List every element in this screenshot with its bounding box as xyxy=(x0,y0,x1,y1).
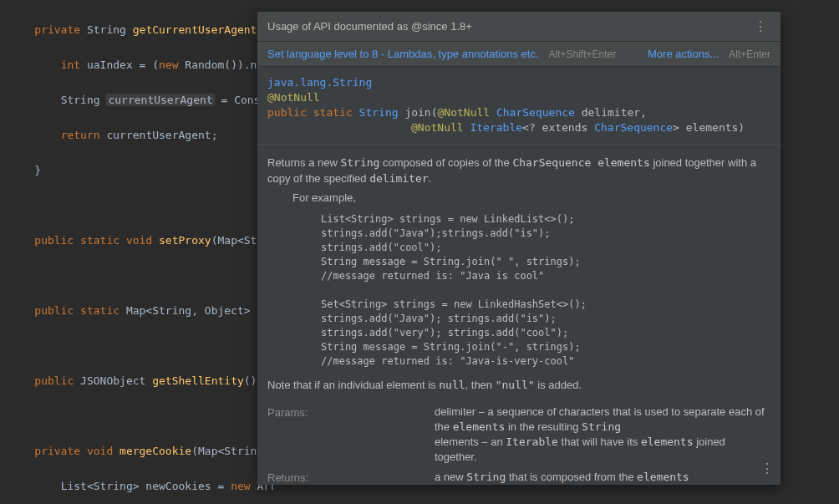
shortcut-label: Alt+Shift+Enter xyxy=(549,48,617,60)
method-signature: java.lang.String @NotNull public static … xyxy=(257,67,781,145)
shortcut-label: Alt+Enter xyxy=(729,48,770,60)
returns-section: Returns: a new String that is composed f… xyxy=(267,470,770,485)
code-example: List<String> strings = new LinkedList<>(… xyxy=(321,212,770,369)
doc-description: Returns a new String composed of copies … xyxy=(267,155,770,186)
returns-label: Returns: xyxy=(267,470,435,485)
popup-header: Usage of API documented as @since 1.8+ ⋮ xyxy=(257,12,781,42)
params-section: Params: delimiter – a sequence of charac… xyxy=(267,405,770,465)
doc-note: Note that if an individual element is nu… xyxy=(267,377,770,393)
documentation-body[interactable]: Returns a new String composed of copies … xyxy=(257,145,781,485)
more-icon[interactable]: ⋮ xyxy=(750,18,770,34)
params-label: Params: xyxy=(267,405,435,465)
documentation-popup: Usage of API documented as @since 1.8+ ⋮… xyxy=(257,12,781,485)
package-link[interactable]: java.lang.String xyxy=(267,76,372,89)
inspection-title: Usage of API documented as @since 1.8+ xyxy=(267,20,472,33)
popup-actions-bar: Set language level to 8 - Lambdas, type … xyxy=(257,42,781,67)
more-actions-link[interactable]: More actions... xyxy=(648,48,719,60)
example-label: For example, xyxy=(292,190,770,206)
set-language-level-link[interactable]: Set language level to 8 - Lambdas, type … xyxy=(267,48,539,60)
more-icon[interactable]: ⋮ xyxy=(760,461,774,476)
